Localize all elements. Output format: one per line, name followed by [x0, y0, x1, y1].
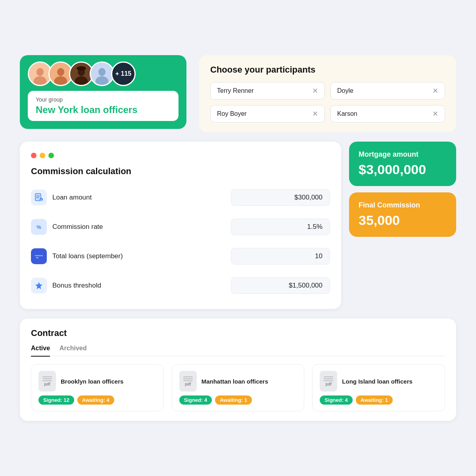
commission-rate-input[interactable] [231, 219, 330, 235]
loan-icon: $ [31, 190, 47, 205]
svg-point-12 [96, 76, 109, 86]
remove-participant-2[interactable]: ✕ [312, 109, 318, 118]
avatars-row: + 115 [28, 61, 178, 86]
badge-awaiting-0: Awaiting: 4 [77, 395, 114, 405]
svg-point-11 [98, 68, 106, 76]
remove-participant-0[interactable]: ✕ [312, 86, 318, 95]
calc-panel: Commission calculation $ [20, 142, 341, 309]
badge-signed-2: Signed: 4 [320, 395, 353, 405]
commission-label: Final Commission [359, 201, 447, 209]
calc-row-total-loans: Total loans (september) [31, 244, 330, 269]
avatar-4 [90, 61, 114, 86]
badge-awaiting-2: Awaiting: 1 [356, 395, 393, 405]
contract-tabs: Active Archived [31, 345, 445, 357]
participants-card: Choose your participants Terry Renner ✕ … [199, 55, 456, 132]
mortgage-card: Mortgage amount $3,000,000 [349, 142, 456, 186]
bonus-threshold-label: Bonus threshold [52, 282, 101, 290]
green-dot [48, 153, 54, 158]
svg-point-1 [36, 68, 44, 76]
loan-amount-input[interactable] [231, 189, 330, 206]
red-dot [31, 153, 36, 158]
window-dots [31, 153, 330, 158]
svg-point-4 [57, 68, 64, 76]
contract-badges-0: Signed: 12 Awaiting: 4 [38, 395, 156, 405]
badge-awaiting-1: Awaiting: 1 [215, 395, 252, 405]
group-label-sub: Your group [36, 96, 171, 103]
participant-name-3: Karson [337, 110, 357, 117]
results-panel: Mortgage amount $3,000,000 Final Commiss… [349, 142, 456, 237]
contract-name-0: Brooklyn loan officers [61, 378, 123, 385]
calc-row-commission-rate: % Commission rate [31, 215, 330, 239]
contract-name-2: Long Island loan officers [342, 378, 413, 385]
calc-row-left-3: Bonus threshold [31, 278, 101, 294]
total-loans-input[interactable] [231, 248, 330, 265]
group-label-title: New York loan officers [36, 104, 171, 115]
commission-value: 35,000 [359, 213, 447, 228]
percent-icon: % [31, 219, 47, 235]
contract-badges-2: Signed: 4 Awaiting: 1 [320, 395, 438, 405]
svg-text:%: % [36, 224, 41, 230]
svg-point-8 [75, 76, 88, 86]
calc-row-bonus-threshold: Bonus threshold [31, 273, 330, 298]
participants-grid: Terry Renner ✕ Doyle ✕ Roy Boyer ✕ Karso… [210, 82, 445, 123]
badge-signed-1: Signed: 4 [179, 395, 212, 405]
svg-point-9 [77, 66, 86, 71]
contract-name-1: Manhattan loan officers [202, 378, 268, 385]
participant-name-2: Roy Boyer [217, 110, 247, 117]
svg-rect-23 [36, 257, 38, 258]
participant-name-0: Terry Renner [217, 87, 253, 94]
contract-card-2: pdf Long Island loan officers Signed: 4 … [312, 364, 445, 411]
participant-name-1: Doyle [337, 87, 353, 94]
top-section: + 115 Your group New York loan officers … [20, 55, 456, 132]
calc-row-loan-amount: $ Loan amount [31, 185, 330, 210]
avatar-count: + 115 [111, 61, 136, 86]
calc-row-left-1: % Commission rate [31, 219, 103, 235]
svg-point-5 [54, 76, 67, 86]
card-icon [31, 248, 47, 264]
main-content: Commission calculation $ [20, 142, 456, 309]
contract-card-header-2: pdf Long Island loan officers [320, 371, 438, 392]
participant-chip-0[interactable]: Terry Renner ✕ [210, 82, 325, 100]
calc-row-left-0: $ Loan amount [31, 190, 92, 205]
tab-active[interactable]: Active [31, 345, 50, 357]
contract-title: Contract [31, 328, 445, 338]
group-label-box: Your group New York loan officers [28, 91, 178, 121]
total-loans-label: Total loans (september) [52, 252, 123, 260]
svg-marker-24 [35, 282, 42, 289]
commission-rate-label: Commission rate [52, 223, 103, 231]
loan-amount-label: Loan amount [52, 194, 92, 202]
commission-card: Final Commission 35,000 [349, 192, 456, 237]
svg-text:$: $ [40, 198, 42, 202]
calc-title: Commission calculation [31, 166, 330, 177]
contract-card-1: pdf Manhattan loan officers Signed: 4 Aw… [172, 364, 305, 411]
star-icon [31, 278, 47, 294]
tab-archived[interactable]: Archived [60, 345, 86, 356]
contract-card-header-0: pdf Brooklyn loan officers [38, 371, 156, 392]
contract-card-0: pdf Brooklyn loan officers Signed: 12 Aw… [31, 364, 164, 411]
yellow-dot [40, 153, 45, 158]
participants-title: Choose your participants [210, 65, 445, 75]
bonus-threshold-input[interactable] [231, 277, 330, 294]
pdf-icon-2: pdf [320, 371, 337, 392]
participant-chip-1[interactable]: Doyle ✕ [330, 82, 445, 100]
remove-participant-1[interactable]: ✕ [432, 86, 438, 95]
contract-badges-1: Signed: 4 Awaiting: 1 [179, 395, 297, 405]
contract-list: pdf Brooklyn loan officers Signed: 12 Aw… [31, 364, 445, 411]
svg-point-2 [34, 76, 47, 86]
participant-chip-3[interactable]: Karson ✕ [330, 105, 445, 123]
pdf-icon-1: pdf [179, 371, 197, 392]
remove-participant-3[interactable]: ✕ [432, 109, 438, 118]
calc-rows: $ Loan amount % [31, 185, 330, 298]
group-card: + 115 Your group New York loan officers [20, 55, 186, 129]
contract-section: Contract Active Archived pdf Brooklyn lo… [20, 319, 456, 421]
badge-signed-0: Signed: 12 [38, 395, 74, 405]
page-container: + 115 Your group New York loan officers … [20, 55, 456, 421]
pdf-icon-0: pdf [38, 371, 56, 392]
mortgage-label: Mortgage amount [359, 150, 447, 159]
calc-row-left-2: Total loans (september) [31, 248, 123, 264]
svg-rect-22 [35, 255, 43, 256]
participant-chip-2[interactable]: Roy Boyer ✕ [210, 105, 325, 123]
contract-card-header-1: pdf Manhattan loan officers [179, 371, 297, 392]
mortgage-value: $3,000,000 [359, 162, 447, 177]
